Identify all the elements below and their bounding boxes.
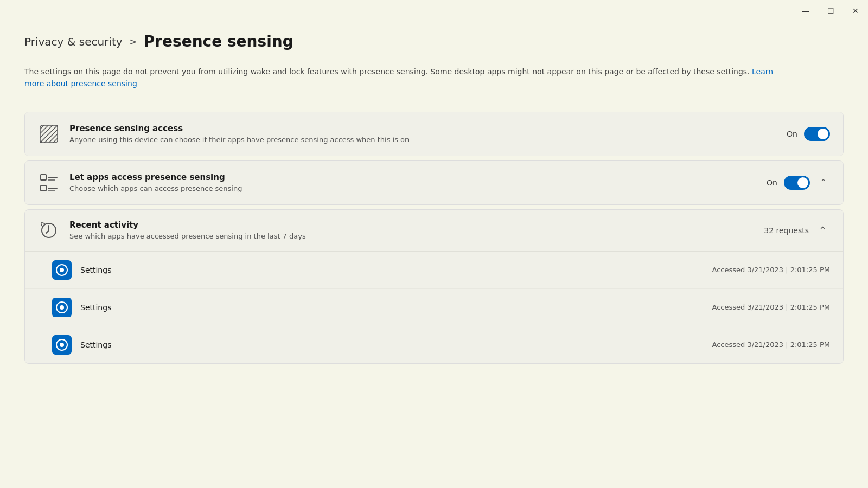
activity-entry-3: Settings Accessed 3/21/2023 | 2:01:25 PM — [25, 326, 843, 363]
presence-access-desc: Anyone using this device can choose if t… — [69, 136, 787, 144]
recent-activity-icon — [38, 220, 60, 241]
svg-line-2 — [40, 125, 48, 133]
activity-access-time-1: Accessed 3/21/2023 | 2:01:25 PM — [712, 266, 831, 274]
activity-entry-1: Settings Accessed 3/21/2023 | 2:01:25 PM — [25, 252, 843, 289]
presence-access-toggle[interactable] — [804, 127, 830, 141]
apps-access-title: Let apps access presence sensing — [69, 172, 767, 182]
activity-access-time-3: Accessed 3/21/2023 | 2:01:25 PM — [712, 341, 831, 349]
presence-access-row: Presence sensing access Anyone using thi… — [25, 112, 843, 156]
recent-activity-title: Recent activity — [69, 220, 764, 230]
apps-access-control: On ⌃ — [767, 175, 830, 190]
svg-rect-9 — [41, 185, 46, 191]
recent-activity-section: Recent activity See which apps have acce… — [24, 209, 844, 364]
apps-access-row: Let apps access presence sensing Choose … — [25, 161, 843, 204]
settings-app-icon-1 — [52, 260, 72, 280]
apps-access-text: Let apps access presence sensing Choose … — [69, 172, 767, 192]
breadcrumb-parent[interactable]: Privacy & security — [24, 35, 123, 48]
recent-activity-control: 32 requests ⌃ — [764, 222, 830, 239]
presence-access-icon — [38, 123, 60, 145]
page-description: The settings on this page do not prevent… — [24, 66, 784, 90]
breadcrumb-current: Presence sensing — [144, 33, 293, 50]
close-button[interactable]: ✕ — [843, 0, 868, 22]
settings-icon-inner-3 — [56, 339, 68, 351]
toggle-knob — [818, 129, 828, 139]
apps-toggle-knob — [797, 177, 808, 188]
presence-access-section: Presence sensing access Anyone using thi… — [24, 112, 844, 156]
settings-icon-inner-1 — [56, 264, 68, 276]
page-content: Privacy & security > Presence sensing Th… — [0, 0, 868, 386]
request-count-badge: 32 requests — [764, 226, 809, 235]
maximize-button[interactable]: ☐ — [818, 0, 843, 22]
svg-rect-8 — [41, 175, 46, 180]
recent-activity-desc: See which apps have accessed presence se… — [69, 232, 764, 240]
minimize-button[interactable]: — — [793, 0, 818, 22]
activity-entry-2: Settings Accessed 3/21/2023 | 2:01:25 PM — [25, 289, 843, 326]
presence-icon — [40, 125, 58, 143]
apps-access-label: On — [767, 178, 777, 187]
settings-app-icon-3 — [52, 335, 72, 355]
presence-access-control: On — [787, 127, 830, 141]
apps-access-section: Let apps access presence sensing Choose … — [24, 160, 844, 205]
breadcrumb: Privacy & security > Presence sensing — [24, 33, 844, 50]
titlebar: — ☐ ✕ — [793, 0, 868, 22]
history-icon — [40, 221, 58, 240]
activity-access-time-2: Accessed 3/21/2023 | 2:01:25 PM — [712, 303, 831, 311]
apps-access-icon — [38, 172, 60, 194]
apps-access-desc: Choose which apps can access presence se… — [69, 184, 767, 192]
settings-icon-inner-2 — [56, 301, 68, 313]
svg-line-4 — [40, 125, 58, 143]
activity-app-name-3: Settings — [80, 341, 111, 349]
activity-app-name-2: Settings — [80, 303, 111, 312]
presence-access-title: Presence sensing access — [69, 124, 787, 133]
recent-activity-chevron[interactable]: ⌃ — [815, 222, 830, 239]
presence-access-text: Presence sensing access Anyone using thi… — [69, 124, 787, 144]
apps-access-chevron[interactable]: ⌃ — [816, 175, 830, 190]
settings-app-icon-2 — [52, 298, 72, 317]
window: — ☐ ✕ Privacy & security > Presence sens… — [0, 0, 868, 488]
breadcrumb-separator: > — [129, 36, 137, 47]
apps-access-toggle[interactable] — [784, 176, 810, 190]
svg-line-6 — [49, 134, 58, 143]
recent-activity-text: Recent activity See which apps have acce… — [69, 220, 764, 240]
activity-app-name-1: Settings — [80, 266, 111, 274]
apps-icon — [40, 174, 58, 192]
recent-activity-header[interactable]: Recent activity See which apps have acce… — [25, 210, 843, 252]
presence-access-label: On — [787, 130, 797, 138]
